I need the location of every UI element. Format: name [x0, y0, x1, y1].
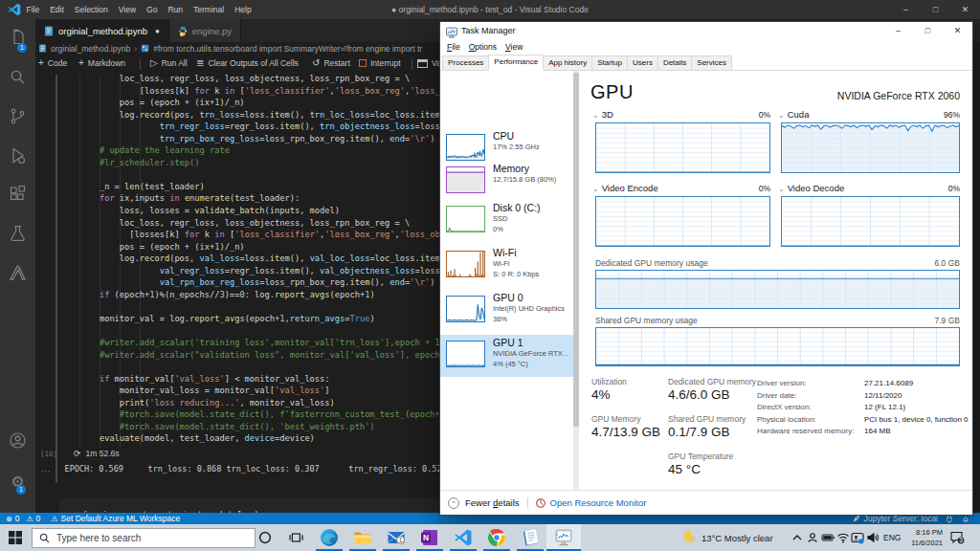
notification-center-icon[interactable]: 3: [949, 531, 965, 544]
chart-header-video-encode[interactable]: ⌄Video Encode: [592, 183, 658, 193]
code-line[interactable]: trn_regr_loss=regr_loss.item(), trn_obje…: [79, 121, 500, 133]
code-line[interactable]: loc_loss, regr_loss, loss_objectness, lo…: [79, 217, 500, 230]
extensions-icon[interactable]: [8, 185, 28, 205]
code-line[interactable]: [79, 300, 500, 313]
code-line[interactable]: [losses[k] for k in ['loss_classifier','…: [79, 85, 500, 98]
gpu-stat-utilization: Utilization4%: [591, 377, 668, 402]
fewer-details-button[interactable]: Fewer details: [465, 497, 520, 508]
code-line[interactable]: pos = (epoch + (ix+1)/_n): [79, 241, 500, 253]
meet-now-icon[interactable]: [851, 531, 864, 544]
code-line[interactable]: val_regr_loss=regr_loss.item(), val_obje…: [79, 265, 500, 277]
taskbar-search-input[interactable]: Type here to search: [32, 528, 256, 548]
file-explorer-taskbar-button[interactable]: [346, 524, 379, 551]
chart-header-cuda[interactable]: ⌄Cuda: [778, 109, 809, 120]
code-line[interactable]: log.record(pos, trn_loss=loss.item(), tr…: [79, 109, 500, 121]
fewer-details-chevron-icon[interactable]: ⌃: [448, 497, 459, 509]
weather-widget[interactable]: 13°C Mostly clear: [683, 524, 773, 551]
toolbar-restart[interactable]: ↺Restart: [312, 58, 350, 68]
toolbar-clear-outputs-of-all-cells[interactable]: ≣Clear Outputs of All Cells: [196, 58, 299, 68]
chart-header-video-decode[interactable]: ⌄Video Decode: [778, 183, 844, 193]
svg-text:N: N: [423, 533, 429, 542]
people-icon[interactable]: [806, 531, 819, 544]
testing-beaker-icon[interactable]: [8, 224, 28, 244]
code-line[interactable]: monitor_val = log.report_avgs(epoch+1,re…: [79, 313, 500, 325]
task-view-button[interactable]: [279, 524, 312, 551]
tm-tab-performance[interactable]: Performance: [488, 55, 544, 71]
code-line[interactable]: [losses[k] for k in ['loss_classifier','…: [79, 229, 500, 241]
code-line[interactable]: #writer.add_scalar('training loss',monit…: [79, 337, 500, 349]
azure-warning-label: Set Default Azure ML Workspace: [61, 514, 181, 523]
editor-tab-orginial_method-ipynb[interactable]: orginial_method.ipynb●: [35, 19, 169, 42]
toolbar-markdown[interactable]: +Markdown: [78, 58, 125, 68]
rerun-icon[interactable]: ⟳: [74, 449, 81, 458]
taskbar-clock[interactable]: 8:16 PM 11/6/2021: [907, 527, 943, 548]
account-icon[interactable]: [8, 430, 28, 451]
azure-workspace-warning[interactable]: ⚠ Set Default Azure ML Workspace: [51, 514, 180, 523]
wifi-icon[interactable]: [836, 531, 850, 544]
speaker-icon[interactable]: [866, 531, 880, 544]
code-line[interactable]: [79, 361, 500, 373]
code-line[interactable]: #lr_scheduler.step(): [79, 157, 500, 169]
code-line[interactable]: [79, 168, 500, 181]
azure-icon[interactable]: [8, 263, 28, 283]
mail-taskbar-button[interactable]: 1: [380, 524, 412, 551]
code-lines[interactable]: loc_loss, regr_loss, loss_objectness, lo…: [79, 73, 500, 445]
code-line[interactable]: log.record(pos, val_loss=loss.item(), va…: [79, 253, 500, 265]
code-line[interactable]: # update the learning rate: [79, 144, 500, 157]
code-line[interactable]: val_rpn_box_reg_loss=loss_rpn_box_reg.it…: [79, 276, 500, 289]
chevron-up-icon[interactable]: [791, 531, 804, 544]
gpu-stat-shared-gpu-memory: Shared GPU memory0.1/7.9 GB: [668, 414, 759, 439]
run-debug-icon[interactable]: [8, 145, 28, 165]
code-line[interactable]: pos = (epoch + (ix+1)/_n): [79, 97, 500, 109]
output-ellipsis[interactable]: ...: [41, 464, 52, 474]
code-line[interactable]: trn_rpn_box_reg_loss=loss_rpn_box_reg.it…: [79, 133, 500, 145]
onenote-taskbar-button[interactable]: N: [413, 524, 446, 551]
breadcrumb-cell[interactable]: #from torch.utils.tensorboard import Sum…: [153, 44, 422, 54]
toolbar-code[interactable]: +Code: [38, 58, 67, 68]
search-icon[interactable]: [8, 67, 28, 87]
battery-icon[interactable]: [821, 531, 835, 544]
code-line[interactable]: _n = len(test_loader): [79, 181, 500, 193]
start-button[interactable]: [0, 524, 32, 551]
open-resource-monitor-link[interactable]: Open Resource Monitor: [536, 497, 647, 508]
code-line[interactable]: [79, 324, 500, 337]
toolbar-label: Code: [48, 58, 67, 68]
code-line[interactable]: loss, losses = validate_batch(inputs, mo…: [79, 205, 500, 217]
restart-icon: ↺: [312, 58, 320, 68]
toolbar-va[interactable]: Va: [417, 58, 441, 68]
vscode-close-button[interactable]: ✕: [950, 0, 980, 19]
code-icon: +: [38, 58, 44, 68]
chrome-taskbar-button[interactable]: [480, 524, 513, 551]
code-line[interactable]: evaluate(model, test_loader, device=devi…: [79, 432, 500, 445]
vscode-taskbar-button[interactable]: [447, 524, 479, 551]
code-line[interactable]: if monitor_val['val_loss'] < monitor_val…: [79, 373, 500, 386]
code-line[interactable]: for ix,inputs in enumerate(test_loader):: [79, 192, 500, 205]
code-line[interactable]: #torch.save(model.state_dict(), 'best_we…: [79, 421, 500, 433]
toolbar-run-all[interactable]: ▷Run All: [150, 58, 188, 68]
edge-taskbar-button[interactable]: [313, 524, 345, 551]
code-line[interactable]: #writer.add_scalar("validation loss", mo…: [79, 349, 500, 362]
language-indicator[interactable]: ENG: [883, 524, 901, 551]
cortana-button[interactable]: [249, 524, 281, 551]
code-line[interactable]: if (epoch+1)%(n_epochs//3)==0: log.repor…: [79, 289, 500, 301]
warnings-count: 0: [36, 514, 41, 523]
chart-header-3d[interactable]: ⌄3D: [592, 109, 613, 120]
breadcrumb-file[interactable]: orginial_method.ipynb: [51, 44, 130, 54]
code-line[interactable]: #torch.save(model.state_dict(), f'faster…: [79, 408, 500, 421]
source-control-icon[interactable]: [8, 106, 28, 126]
task-manager-taskbar-button[interactable]: [546, 524, 581, 551]
task-manager-window: Task Manager – □ ✕ FileOptionsView Proce…: [439, 21, 973, 516]
code-line[interactable]: print('loss reducing...', monitor_val_lo…: [79, 397, 500, 409]
toolbar-interrupt[interactable]: Interrupt: [359, 58, 401, 68]
driver-row: Physical location:PCI bus 1, device 0, f…: [757, 415, 969, 428]
editor-tab-engine-py[interactable]: engine.py: [169, 19, 241, 42]
driver-label: Hardware reserved memory:: [757, 427, 864, 439]
problems-indicator[interactable]: ⊗ 0 ⚠ 0: [6, 514, 40, 523]
journal-taskbar-button[interactable]: [514, 524, 546, 551]
code-line[interactable]: monitor_val_loss = monitor_val['val_loss…: [79, 385, 500, 397]
chart-pct-3d: 0%: [746, 110, 770, 120]
vscode-minimize-button[interactable]: –: [891, 0, 921, 19]
execution-duration: 1m 52.6s: [86, 449, 120, 458]
vscode-maximize-button[interactable]: □: [921, 0, 950, 19]
mail-badge: 1: [396, 536, 405, 544]
